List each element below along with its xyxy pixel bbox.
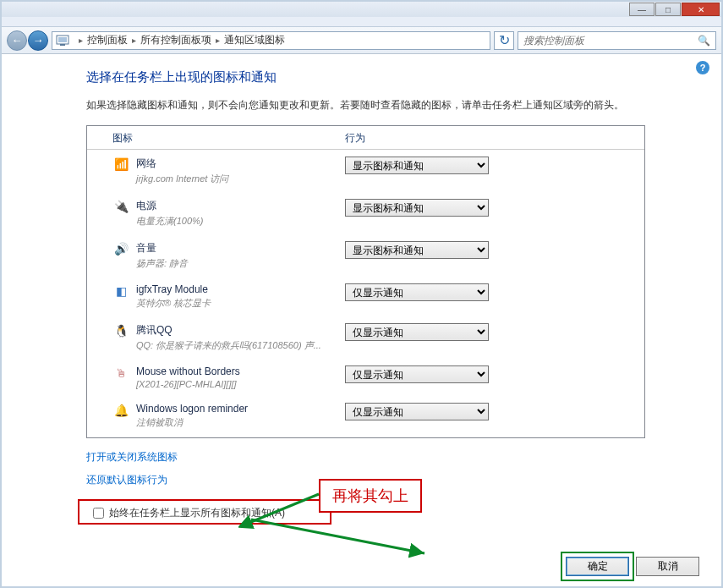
breadcrumb[interactable]: ▸ 控制面板 ▸ 所有控制面板项 ▸ 通知区域图标	[52, 31, 490, 50]
app-subtitle: QQ: 你是猴子请来的救兵吗(617108560) 声...	[136, 339, 345, 352]
behavior-select[interactable]: 显示图标和通知 仅显示通知	[345, 403, 489, 420]
breadcrumb-sep-icon: ▸	[79, 36, 83, 45]
icon-row: 🔊 音量 扬声器: 静音 显示图标和通知 仅显示通知	[87, 234, 644, 277]
tab-strip	[2, 17, 721, 27]
search-box[interactable]: 🔍	[518, 31, 716, 50]
app-title: Mouse without Borders	[136, 365, 345, 377]
icon-row: 📶 网络 jrjkg.com Internet 访问 显示图标和通知 仅显示通知	[87, 150, 644, 192]
app-icon: 📶	[112, 157, 129, 172]
behavior-select[interactable]: 显示图标和通知 仅显示通知	[345, 199, 489, 217]
page-title: 选择在任务栏上出现的图标和通知	[86, 69, 645, 85]
breadcrumb-mid[interactable]: 所有控制面板项	[140, 33, 211, 47]
nav-back-button[interactable]: ←	[7, 30, 27, 51]
icon-row: 🐧 腾讯QQ QQ: 你是猴子请来的救兵吗(617108560) 声... 显示…	[87, 316, 644, 359]
breadcrumb-sep-icon: ▸	[216, 36, 220, 45]
cancel-button[interactable]: 取消	[636, 557, 699, 576]
help-icon[interactable]: ?	[696, 61, 709, 74]
app-subtitle: 电量充满(100%)	[136, 215, 345, 228]
control-panel-icon	[56, 35, 69, 47]
breadcrumb-root[interactable]: 控制面板	[87, 33, 128, 47]
svg-rect-1	[58, 37, 67, 42]
behavior-select[interactable]: 显示图标和通知 仅显示通知	[345, 241, 489, 259]
breadcrumb-leaf[interactable]: 通知区域图标	[224, 33, 285, 47]
app-subtitle: 注销被取消	[136, 416, 345, 429]
app-subtitle: 英特尔® 核芯显卡	[136, 297, 345, 310]
annotation-box	[78, 499, 331, 525]
app-title: Windows logon reminder	[136, 403, 345, 415]
minimize-button[interactable]: —	[629, 3, 655, 16]
app-title: 腾讯QQ	[136, 323, 345, 338]
annotation-text: 再将其勾上	[319, 479, 422, 513]
system-icons-link[interactable]: 打开或关闭系统图标	[86, 450, 178, 464]
app-subtitle: [X201-26][PC-MHLAI][][]	[136, 379, 345, 389]
behavior-select[interactable]: 显示图标和通知 仅显示通知	[345, 365, 489, 383]
nav-bar: ← → ▸ 控制面板 ▸ 所有控制面板项 ▸ 通知区域图标 ↻ 🔍	[2, 27, 721, 54]
restore-defaults-link[interactable]: 还原默认图标行为	[86, 473, 167, 487]
app-title: igfxTray Module	[136, 283, 345, 295]
behavior-select[interactable]: 显示图标和通知 仅显示通知	[345, 283, 489, 301]
app-title: 音量	[136, 241, 345, 256]
app-subtitle: jrjkg.com Internet 访问	[136, 173, 345, 185]
behavior-select[interactable]: 显示图标和通知 仅显示通知	[345, 323, 489, 341]
app-icon: 🔊	[112, 241, 129, 256]
close-button[interactable]: ✕	[682, 3, 720, 16]
search-input[interactable]	[523, 35, 698, 47]
svg-rect-2	[60, 44, 65, 46]
panel-header: 图标 行为	[87, 126, 644, 150]
header-action-col: 行为	[345, 131, 365, 146]
app-title: 电源	[136, 199, 345, 213]
title-bar: — □ ✕	[2, 2, 721, 17]
annotation-box-ok	[561, 552, 634, 581]
refresh-button[interactable]: ↻	[494, 31, 514, 50]
icon-row: ◧ igfxTray Module 英特尔® 核芯显卡 显示图标和通知 仅显示通…	[87, 277, 644, 316]
app-title: 网络	[136, 157, 345, 171]
icon-settings-panel: 图标 行为 📶 网络 jrjkg.com Internet 访问 显示图标和通知…	[86, 125, 645, 438]
app-subtitle: 扬声器: 静音	[136, 257, 345, 270]
page-description: 如果选择隐藏图标和通知，则不会向您通知更改和更新。若要随时查看隐藏的图标，请单击…	[86, 97, 645, 113]
maximize-button[interactable]: □	[655, 3, 681, 16]
icon-row: 🖱 Mouse without Borders [X201-26][PC-MHL…	[87, 359, 644, 396]
icon-row: 🔌 电源 电量充满(100%) 显示图标和通知 仅显示通知	[87, 192, 644, 234]
search-icon: 🔍	[698, 35, 710, 47]
app-icon: 🖱	[112, 365, 129, 381]
nav-forward-button[interactable]: →	[28, 30, 48, 51]
behavior-select[interactable]: 显示图标和通知 仅显示通知	[345, 157, 489, 174]
icon-row: 🔔 Windows logon reminder 注销被取消 显示图标和通知 仅…	[87, 396, 644, 436]
app-icon: ◧	[112, 283, 129, 299]
app-icon: 🔔	[112, 403, 129, 418]
app-icon: 🐧	[112, 323, 129, 338]
breadcrumb-sep-icon: ▸	[132, 36, 136, 45]
panel-scroll[interactable]: 图标 行为 📶 网络 jrjkg.com Internet 访问 显示图标和通知…	[87, 126, 644, 437]
header-icon-col: 图标	[112, 131, 345, 146]
app-icon: 🔌	[112, 199, 129, 214]
